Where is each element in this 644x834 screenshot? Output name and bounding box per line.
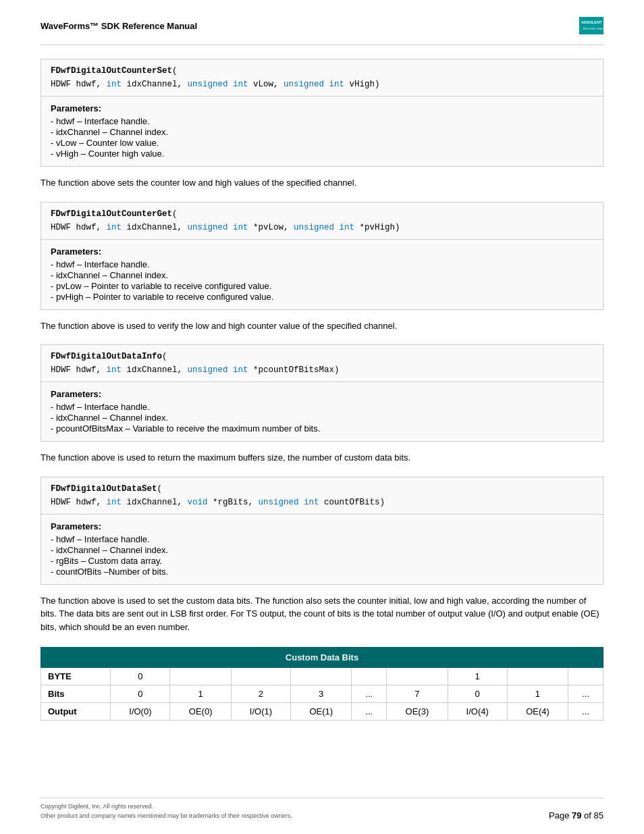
param-idxchannel-4: - idxChannel – Channel index.: [51, 545, 593, 555]
params-section-3: Parameters: - hdwf – Interface handle. -…: [41, 382, 603, 441]
table-cell-output-7: OE(4): [507, 703, 568, 721]
svg-rect-0: [579, 17, 603, 34]
function-block-datainfo: FDwfDigitalOutDataInfo( HDWF hdwf, int i…: [41, 344, 603, 442]
function-paren-4: (: [157, 484, 163, 494]
table-cell-bits-2: 2: [231, 685, 290, 703]
params-section-4: Parameters: - hdwf – Interface handle. -…: [41, 515, 603, 584]
table-cell-byte-4: [352, 668, 387, 685]
type-int-2: int: [107, 223, 122, 232]
svg-text:ADIGILENT: ADIGILENT: [581, 20, 602, 24]
param-pvhigh-2: - pvHigh – Pointer to variable to receiv…: [51, 292, 593, 302]
table-cell-byte-7: [507, 668, 568, 685]
footer-page-number: Page 79 of 85: [549, 810, 603, 820]
param-idxchannel-2: - idxChannel – Channel index.: [51, 270, 593, 280]
function-block-counterset: FDwfDigitalOutCounterSet( HDWF hdwf, int…: [41, 59, 603, 167]
param-countofbits-4: - countOfBits –Number of bits.: [51, 567, 593, 577]
table-title: Custom Data Bits: [41, 648, 603, 668]
description-4: The function above is used to set the cu…: [41, 594, 603, 634]
logo-container: ADIGILENT BEYOND THEORY: [579, 14, 603, 38]
table-cell-bits-5: 7: [387, 685, 448, 703]
type-unsigned-int-3: unsigned int: [188, 223, 248, 232]
param-pcountofbitsmax-3: - pcountOfBitsMax – Variable to receive …: [51, 423, 593, 434]
table-cell-bits-4: ...: [352, 685, 387, 703]
params-section-1: Parameters: - hdwf – Interface handle. -…: [41, 97, 603, 166]
digilent-logo-icon: ADIGILENT BEYOND THEORY: [579, 14, 603, 38]
function-block-counterget: FDwfDigitalOutCounterGet( HDWF hdwf, int…: [41, 202, 603, 310]
table-cell-byte-8: [568, 668, 603, 685]
params-title-3: Parameters:: [51, 389, 593, 399]
function-paren: (: [172, 66, 178, 76]
page-number: 79: [572, 810, 581, 820]
table-cell-byte-5: [387, 668, 448, 685]
function-name-4: FDwfDigitalOutDataSet: [51, 484, 157, 494]
type-void-4: void: [188, 498, 208, 507]
function-signature-header-3: FDwfDigitalOutDataInfo(: [41, 345, 603, 364]
function-signature-header-4: FDwfDigitalOutDataSet(: [41, 477, 603, 496]
table-cell-output-1: OE(0): [170, 703, 231, 721]
description-1: The function above sets the counter low …: [41, 176, 603, 190]
params-title-4: Parameters:: [51, 521, 593, 531]
param-hdwf-1: - hdwf – Interface handle.: [51, 116, 593, 126]
function-signature-line: HDWF hdwf, int idxChannel, unsigned int …: [41, 78, 603, 97]
svg-text:BEYOND THEORY: BEYOND THEORY: [583, 27, 603, 30]
type-int-4: int: [107, 498, 122, 507]
page-header: WaveForms™ SDK Reference Manual ADIGILEN…: [41, 14, 603, 45]
trademark-text: Other product and company names mentione…: [41, 812, 292, 821]
table-cell-bits-7: 1: [507, 685, 568, 703]
table-row-output-label: Output: [41, 703, 111, 721]
function-signature-header-2: FDwfDigitalOutCounterGet(: [41, 203, 603, 221]
param-hdwf-4: - hdwf – Interface handle.: [51, 534, 593, 544]
param-idxchannel-1: - idxChannel – Channel index.: [51, 127, 593, 137]
param-hdwf-2: - hdwf – Interface handle.: [51, 259, 593, 269]
table-cell-output-4: ...: [352, 703, 387, 721]
function-signature-header: FDwfDigitalOutCounterSet(: [41, 59, 603, 78]
table-cell-byte-0: 0: [111, 668, 170, 685]
table-cell-bits-1: 1: [170, 685, 231, 703]
table-cell-bits-0: 0: [111, 685, 170, 703]
table-cell-bits-6: 0: [448, 685, 507, 703]
description-3: The function above is used to return the…: [41, 451, 603, 465]
function-signature-line-3: HDWF hdwf, int idxChannel, unsigned int …: [41, 364, 603, 382]
function-signature-line-4: HDWF hdwf, int idxChannel, void *rgBits,…: [41, 496, 603, 515]
function-name: FDwfDigitalOutCounterSet: [51, 66, 172, 76]
function-block-dataset: FDwfDigitalOutDataSet( HDWF hdwf, int id…: [41, 477, 603, 585]
table-cell-byte-1: [170, 668, 231, 685]
type-unsigned-int-4: unsigned int: [294, 223, 354, 232]
description-2: The function above is used to verify the…: [41, 319, 603, 333]
table-cell-bits-3: 3: [291, 685, 352, 703]
param-rgbits-4: - rgBits – Custom data array.: [51, 556, 593, 566]
type-int-1: int: [107, 80, 122, 89]
function-paren-3: (: [162, 352, 167, 361]
table-cell-bits-8: ...: [568, 685, 603, 703]
table-row-byte-label: BYTE: [41, 668, 111, 685]
type-int-3: int: [107, 365, 122, 375]
footer-copyright: Copyright Digilent, Inc. All rights rese…: [41, 802, 292, 820]
table-cell-output-2: I/O(1): [231, 703, 290, 721]
header-title: WaveForms™ SDK Reference Manual: [41, 21, 197, 31]
table-cell-output-5: OE(3): [387, 703, 448, 721]
function-paren-2: (: [172, 209, 178, 219]
param-hdwf-3: - hdwf – Interface handle.: [51, 402, 593, 412]
function-name-3: FDwfDigitalOutDataInfo: [51, 352, 162, 361]
table-cell-byte-3: [291, 668, 352, 685]
custom-data-bits-table: Custom Data Bits BYTE 0 1 Bits 0 1 2 3 .…: [41, 647, 603, 721]
param-vlow-1: - vLow – Counter low value.: [51, 138, 593, 148]
param-idxchannel-3: - idxChannel – Channel index.: [51, 413, 593, 423]
type-unsigned-int-6: unsigned int: [259, 498, 319, 507]
page-container: WaveForms™ SDK Reference Manual ADIGILEN…: [0, 0, 644, 834]
type-unsigned-int-1: unsigned int: [188, 80, 248, 89]
param-vhigh-1: - vHigh – Counter high value.: [51, 149, 593, 159]
page-footer: Copyright Digilent, Inc. All rights rese…: [41, 798, 603, 820]
table-row-bits-label: Bits: [41, 685, 111, 703]
copyright-text: Copyright Digilent, Inc. All rights rese…: [41, 802, 292, 812]
params-section-2: Parameters: - hdwf – Interface handle. -…: [41, 240, 603, 309]
table-cell-output-8: ...: [568, 703, 603, 721]
param-pvlow-2: - pvLow – Pointer to variable to receive…: [51, 281, 593, 291]
type-unsigned-int-5: unsigned int: [188, 365, 248, 375]
table-cell-output-0: I/O(0): [111, 703, 170, 721]
table-cell-output-6: I/O(4): [448, 703, 507, 721]
params-title-2: Parameters:: [51, 246, 593, 257]
function-signature-line-2: HDWF hdwf, int idxChannel, unsigned int …: [41, 221, 603, 240]
function-name-2: FDwfDigitalOutCounterGet: [51, 209, 172, 219]
type-unsigned-int-2: unsigned int: [284, 80, 344, 89]
